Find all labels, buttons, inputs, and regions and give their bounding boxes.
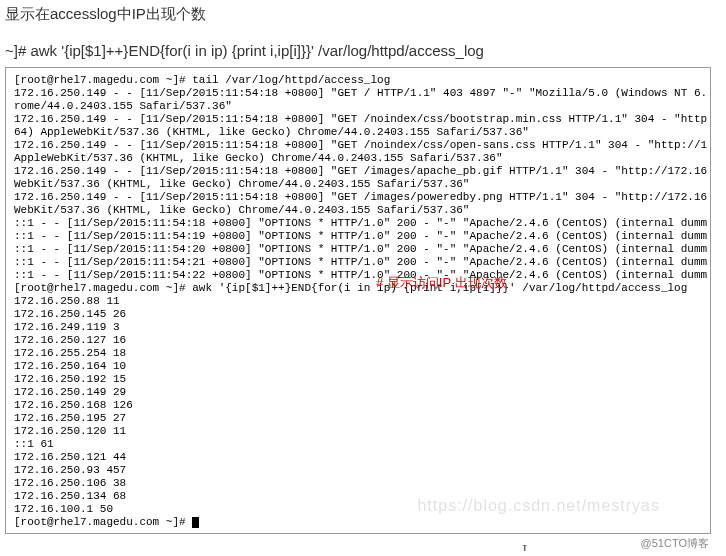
terminal-line: AppleWebKit/537.36 (KHTML, like Gecko) C… (14, 152, 710, 165)
terminal-line: 172.16.250.164 10 (14, 360, 710, 373)
terminal-line: 172.16.250.88 11 (14, 295, 710, 308)
terminal-line: WebKit/537.36 (KHTML, like Gecko) Chrome… (14, 178, 710, 191)
terminal-prompt: [root@rhel7.magedu.com ~]# (14, 516, 710, 529)
terminal-panel: [root@rhel7.magedu.com ~]# tail /var/log… (5, 67, 711, 534)
terminal-line: 172.16.255.254 18 (14, 347, 710, 360)
terminal-line: 172.16.250.168 126 (14, 399, 710, 412)
terminal-line: 172.16.250.149 - - [11/Sep/2015:11:54:18… (14, 87, 710, 100)
terminal-line: 172.16.250.149 - - [11/Sep/2015:11:54:18… (14, 165, 710, 178)
terminal-line: 172.16.250.149 - - [11/Sep/2015:11:54:18… (14, 191, 710, 204)
terminal-line: 172.16.250.149 - - [11/Sep/2015:11:54:18… (14, 113, 710, 126)
credit-label: @51CTO博客 (5, 534, 711, 551)
terminal-line: rome/44.0.2403.155 Safari/537.36" (14, 100, 710, 113)
terminal-output: [root@rhel7.magedu.com ~]# tail /var/log… (14, 74, 710, 529)
command-line-example: ~]# awk '{ip[$1]++}END{for(i in ip) {pri… (5, 42, 726, 59)
cursor-icon (192, 517, 199, 528)
terminal-line: 172.16.250.120 11 (14, 425, 710, 438)
watermark-text: https://blog.csdn.net/mestryas (417, 497, 660, 515)
page-title: 显示在accesslog中IP出现个数 (5, 5, 726, 24)
terminal-line: WebKit/537.36 (KHTML, like Gecko) Chrome… (14, 204, 710, 217)
terminal-line: ::1 - - [11/Sep/2015:11:54:22 +0800] "OP… (14, 269, 710, 282)
terminal-line: ::1 - - [11/Sep/2015:11:54:18 +0800] "OP… (14, 217, 710, 230)
terminal-line: ::1 - - [11/Sep/2015:11:54:21 +0800] "OP… (14, 256, 710, 269)
terminal-line: [root@rhel7.magedu.com ~]# tail /var/log… (14, 74, 710, 87)
terminal-line: 172.16.250.195 27 (14, 412, 710, 425)
terminal-line: 172.16.250.149 - - [11/Sep/2015:11:54:18… (14, 139, 710, 152)
terminal-line: 172.16.250.121 44 (14, 451, 710, 464)
text-cursor-icon: I (522, 542, 527, 551)
terminal-line: 172.16.249.119 3 (14, 321, 710, 334)
terminal-line: 172.16.250.192 15 (14, 373, 710, 386)
annotation-comment: # 显示访问IP 出现次数 (376, 274, 507, 292)
terminal-line: 172.16.250.93 457 (14, 464, 710, 477)
terminal-line: 172.16.250.149 29 (14, 386, 710, 399)
terminal-line: [root@rhel7.magedu.com ~]# awk '{ip[$1]+… (14, 282, 710, 295)
terminal-line: ::1 61 (14, 438, 710, 451)
terminal-line: 172.16.250.106 38 (14, 477, 710, 490)
terminal-line: ::1 - - [11/Sep/2015:11:54:20 +0800] "OP… (14, 243, 710, 256)
terminal-line: ::1 - - [11/Sep/2015:11:54:19 +0800] "OP… (14, 230, 710, 243)
terminal-line: 64) AppleWebKit/537.36 (KHTML, like Geck… (14, 126, 710, 139)
terminal-line: 172.16.250.127 16 (14, 334, 710, 347)
terminal-line: 172.16.250.145 26 (14, 308, 710, 321)
